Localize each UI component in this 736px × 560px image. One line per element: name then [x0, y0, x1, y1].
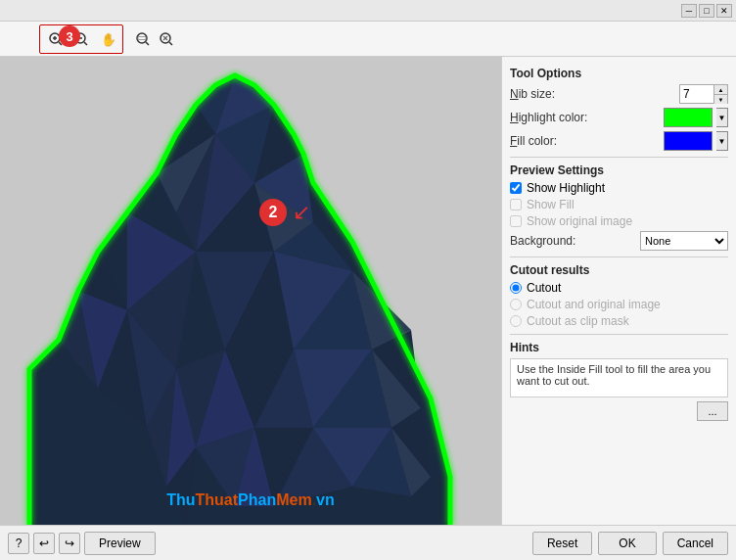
- divider-2: [510, 257, 728, 257]
- nib-size-up[interactable]: ▲: [714, 84, 728, 94]
- hints-box: Use the Inside Fill tool to fill the are…: [510, 358, 728, 397]
- cutout-radio-row: Cutout: [510, 281, 728, 295]
- arrow-2-icon: ↙: [293, 200, 310, 225]
- nib-size-label: Nib size:: [510, 87, 675, 101]
- cutout-original-label: Cutout and original image: [527, 298, 661, 311]
- background-row: Background: None: [510, 231, 728, 251]
- cancel-button[interactable]: Cancel: [663, 532, 728, 555]
- zoom-reset-button[interactable]: [155, 27, 178, 51]
- show-highlight-checkbox[interactable]: [510, 182, 522, 194]
- fill-color-row: Fill color: ▼: [510, 131, 728, 151]
- maximize-button[interactable]: □: [699, 4, 714, 18]
- pan-button[interactable]: ✋: [95, 27, 118, 51]
- help-button[interactable]: ?: [8, 533, 29, 554]
- annotation-2-badge: 2: [259, 199, 287, 226]
- svg-line-12: [169, 42, 172, 45]
- show-original-row: Show original image: [510, 214, 728, 228]
- svg-rect-10: [138, 36, 146, 39]
- background-select[interactable]: None: [640, 231, 728, 251]
- nib-size-down[interactable]: ▼: [714, 94, 728, 104]
- bottom-right-controls: Reset OK Cancel: [532, 532, 728, 555]
- svg-point-8: [137, 33, 147, 43]
- nib-size-input-group: ▲ ▼: [679, 84, 728, 104]
- watermark-mem: Mem: [276, 491, 311, 508]
- fill-color-label: Fill color:: [510, 134, 660, 148]
- ok-button[interactable]: OK: [598, 532, 656, 555]
- bottom-left-controls: ? ↩ ↪ Preview: [8, 532, 156, 555]
- reset-button[interactable]: Reset: [532, 532, 592, 555]
- nib-size-spinners: ▲ ▼: [714, 84, 728, 104]
- show-highlight-row: Show Highlight: [510, 181, 728, 195]
- watermark-thuat: Thuat: [196, 491, 239, 508]
- svg-text:✋: ✋: [101, 31, 115, 47]
- canvas-area[interactable]: 2 ↙ ThuThuatPhanMem.vn: [0, 57, 501, 525]
- background-label: Background:: [510, 234, 636, 248]
- right-panel: Tool Options Nib size: ▲ ▼ Highlight col…: [501, 57, 736, 525]
- show-highlight-label: Show Highlight: [527, 181, 605, 195]
- nib-size-row: Nib size: ▲ ▼: [510, 84, 728, 104]
- highlight-color-row: Highlight color: ▼: [510, 108, 728, 127]
- hints-more-button[interactable]: ...: [697, 401, 728, 421]
- highlight-color-dropdown[interactable]: ▼: [716, 108, 728, 127]
- show-original-checkbox[interactable]: [510, 215, 522, 227]
- divider-1: [510, 157, 728, 158]
- highlight-color-label: Highlight color:: [510, 111, 660, 124]
- title-bar: ─ □ ✕: [0, 0, 736, 22]
- preview-button[interactable]: Preview: [84, 532, 156, 555]
- preview-settings-title: Preview Settings: [510, 163, 728, 177]
- badge-3: 3: [59, 25, 80, 47]
- watermark: ThuThuatPhanMem.vn: [166, 491, 335, 509]
- redo-button[interactable]: ↪: [59, 533, 80, 554]
- close-button[interactable]: ✕: [716, 4, 732, 18]
- show-fill-checkbox[interactable]: [510, 199, 522, 210]
- cutout-label: Cutout: [527, 281, 561, 295]
- cutout-clip-radio-row: Cutout as clip mask: [510, 314, 728, 328]
- svg-line-9: [146, 42, 149, 45]
- cutout-original-radio-row: Cutout and original image: [510, 298, 728, 311]
- show-fill-row: Show Fill: [510, 198, 728, 211]
- cutout-clip-radio[interactable]: [510, 315, 522, 327]
- watermark-vn: vn: [316, 491, 335, 508]
- main-content: 2 ↙ ThuThuatPhanMem.vn Tool Options Nib …: [0, 57, 736, 525]
- cutout-results-title: Cutout results: [510, 263, 728, 277]
- annotation-2-group: 2 ↙: [259, 199, 310, 226]
- undo-button[interactable]: ↩: [33, 533, 55, 554]
- watermark-phan: Phan: [238, 491, 276, 508]
- cutout-original-radio[interactable]: [510, 299, 522, 310]
- bottom-bar: ? ↩ ↪ Preview Reset OK Cancel: [0, 525, 736, 560]
- show-fill-label: Show Fill: [527, 198, 575, 211]
- minimize-button[interactable]: ─: [681, 4, 697, 18]
- highlight-color-swatch[interactable]: [664, 108, 713, 127]
- tool-options-title: Tool Options: [510, 67, 728, 80]
- fill-color-swatch[interactable]: [664, 131, 713, 151]
- main-toolbar: 3 ✋: [0, 22, 736, 57]
- zoom-fit-button[interactable]: [131, 27, 155, 51]
- nib-size-input[interactable]: [679, 84, 714, 104]
- annotation-3-badge: 3: [59, 25, 86, 47]
- fill-color-dropdown[interactable]: ▼: [716, 131, 728, 151]
- divider-3: [510, 334, 728, 335]
- hints-btn-row: ...: [510, 401, 728, 421]
- cutout-radio[interactable]: [510, 282, 522, 294]
- cutout-clip-label: Cutout as clip mask: [527, 314, 629, 328]
- hints-title: Hints: [510, 341, 728, 354]
- show-original-label: Show original image: [527, 214, 632, 228]
- watermark-thu: Thu: [166, 491, 195, 508]
